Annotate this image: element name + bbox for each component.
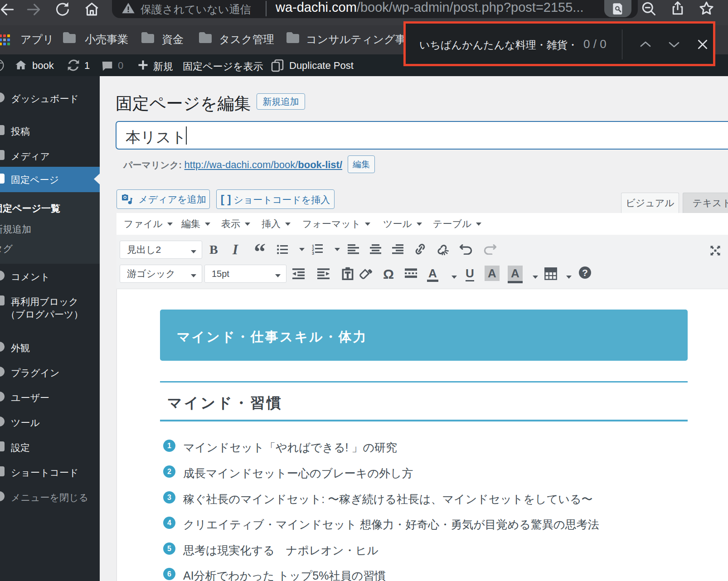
svg-text:3: 3 xyxy=(312,251,314,255)
